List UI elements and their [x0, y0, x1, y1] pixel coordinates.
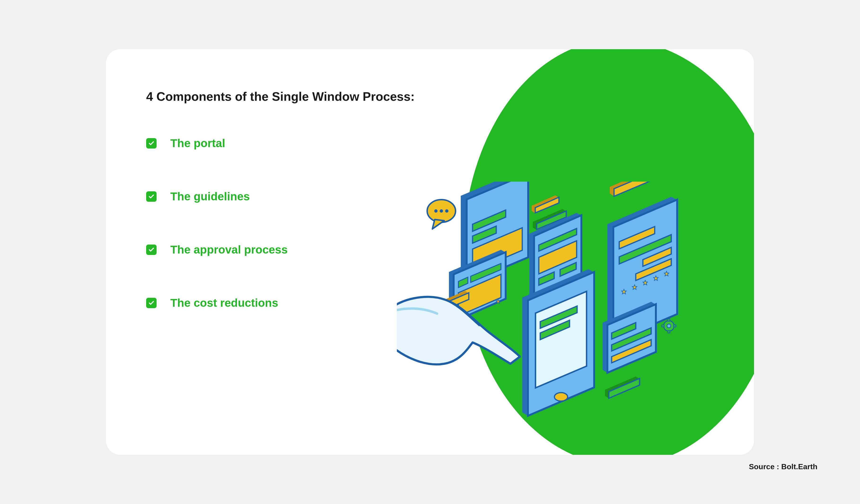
- hand-icon: [397, 297, 520, 364]
- pill-icon: [605, 376, 640, 398]
- svg-rect-8: [662, 325, 664, 327]
- source-label: Source : Bolt.Earth: [749, 462, 817, 471]
- check-icon: [146, 138, 157, 148]
- svg-point-5: [667, 324, 671, 328]
- svg-rect-9: [674, 325, 676, 327]
- info-card: 4 Components of the Single Window Proces…: [106, 49, 754, 455]
- list-item-label: The approval process: [170, 243, 288, 256]
- check-icon: [146, 298, 157, 308]
- list-item-label: The guidelines: [170, 190, 250, 203]
- svg-point-3: [445, 209, 448, 213]
- isometric-ui-illustration: [397, 182, 745, 442]
- svg-rect-7: [668, 331, 670, 333]
- pill-icon: [532, 196, 559, 213]
- svg-point-1: [434, 209, 438, 213]
- svg-rect-6: [668, 319, 670, 321]
- list-item: The portal: [146, 137, 465, 150]
- check-icon: [146, 191, 157, 202]
- speech-bubble-icon: [427, 200, 456, 229]
- card-title: 4 Components of the Single Window Proces…: [146, 89, 465, 104]
- home-button-icon: [555, 393, 568, 401]
- svg-point-2: [440, 209, 443, 213]
- list-item-label: The portal: [170, 137, 225, 150]
- pill-icon: [610, 182, 657, 196]
- gear-icon: [662, 319, 676, 333]
- list-item-label: The cost reductions: [170, 296, 278, 309]
- check-icon: [146, 245, 157, 255]
